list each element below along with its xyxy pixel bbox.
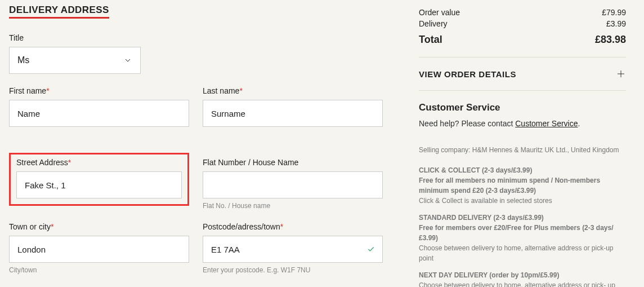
click-collect-block: CLICK & COLLECT (2-3 days/£3.99) Free fo… [419,165,626,206]
order-value-label: Order value [419,8,460,17]
check-icon [367,245,375,253]
total-amount: £83.98 [595,34,626,46]
title-select[interactable]: Ms [9,47,141,74]
total-label: Total [419,34,442,46]
click-collect-line1: Free for all members no minimum spend / … [419,175,626,196]
street-label: Street Address* [16,158,182,167]
last-name-label: Last name* [203,86,383,95]
town-label: Town or city* [9,222,189,231]
standard-delivery-block: STANDARD DELIVERY (2-3 days/£3.99) Free … [419,213,626,263]
selling-company: Selling company: H&M Hennes & Mauritz UK… [419,145,626,155]
title-select-value: Ms [17,55,29,65]
standard-line1: Free for members over £20/Free for Plus … [419,223,626,243]
first-name-label: First name* [9,86,189,95]
postcode-hint: Enter your postcode. E.g. W1F 7NU [203,266,383,274]
customer-service-heading: Customer Service [419,102,626,113]
street-highlight: Street Address* [9,153,189,206]
postcode-label: Postcode/adress/town* [203,222,383,231]
order-value-amount: £79.99 [602,8,626,17]
title-label: Title [9,33,141,42]
customer-service-link[interactable]: Customer Service [515,119,578,128]
flat-input[interactable] [203,171,383,198]
postcode-input[interactable] [203,236,383,263]
click-collect-title: CLICK & COLLECT (2-3 days/£3.99) [419,165,626,175]
click-collect-line2: Click & Collect is available in selected… [419,196,626,206]
chevron-down-icon [123,56,132,65]
street-input[interactable] [16,171,182,198]
standard-title: STANDARD DELIVERY (2-3 days/£3.99) [419,213,626,223]
total-row: Total £83.98 [419,34,626,46]
last-name-input[interactable] [203,100,383,127]
next-day-title: NEXT DAY DELIVERY (order by 10pm/£5.99) [419,270,626,280]
order-value-row: Order value £79.99 [419,8,626,17]
view-order-label: VIEW ORDER DETAILS [419,69,516,79]
flat-hint: Flat No. / House name [203,202,383,210]
next-day-line1: Choose between delivery to home, alterna… [419,280,626,287]
delivery-label: Delivery [419,19,448,28]
section-heading: DELIVERY ADDRESS [9,5,109,19]
customer-service-text: Need help? Please contact Customer Servi… [419,119,626,128]
plus-icon [616,69,626,79]
town-hint: City/town [9,266,189,274]
divider [419,57,626,58]
standard-line2: Choose between delivery to home, alterna… [419,243,626,263]
delivery-amount: £3.99 [606,19,626,28]
town-input[interactable] [9,236,189,263]
flat-label: Flat Number / House Name [203,158,383,167]
delivery-row: Delivery £3.99 [419,19,626,28]
view-order-details-toggle[interactable]: VIEW ORDER DETAILS [419,67,626,91]
next-day-block: NEXT DAY DELIVERY (order by 10pm/£5.99) … [419,270,626,287]
first-name-input[interactable] [9,100,189,127]
